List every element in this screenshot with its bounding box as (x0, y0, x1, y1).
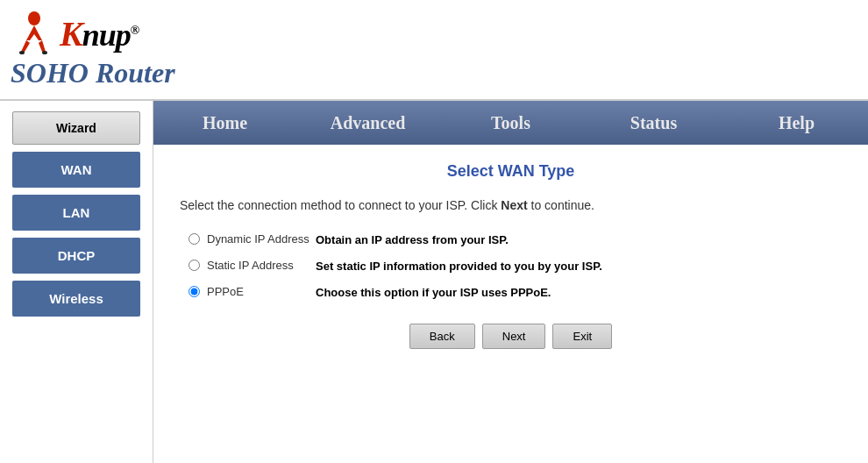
description: Select the connection method to connect … (180, 196, 842, 215)
next-button[interactable]: Next (482, 324, 546, 349)
logo-container: Knup® SOHO Router (11, 10, 175, 89)
sidebar-item-lan[interactable]: LAN (12, 195, 140, 231)
nav-help[interactable]: Help (725, 101, 868, 145)
sidebar-item-wan[interactable]: WAN (12, 152, 140, 188)
knup-logo-icon (11, 10, 58, 57)
radio-pppoe[interactable] (189, 286, 200, 297)
logo-soho-text: SOHO Router (11, 57, 175, 89)
svg-point-2 (42, 51, 47, 54)
svg-point-0 (28, 11, 40, 25)
desc-bold: Next (501, 198, 527, 212)
svg-point-1 (19, 51, 25, 54)
page-title: Select WAN Type (180, 162, 842, 181)
nav-bar: Home Advanced Tools Status Help (153, 101, 868, 145)
exit-button[interactable]: Exit (552, 324, 612, 349)
header: Knup® SOHO Router (0, 0, 868, 101)
radio-static-ip-text: Static IP Address (207, 259, 294, 272)
radio-static-ip[interactable] (189, 260, 200, 271)
nav-advanced[interactable]: Advanced (296, 101, 439, 145)
main-content: Home Advanced Tools Status Help Select W… (153, 101, 868, 463)
logo-soho-row: SOHO Router (11, 57, 175, 89)
sidebar-item-wireless[interactable]: Wireless (12, 281, 140, 317)
sidebar-item-dhcp[interactable]: DHCP (12, 238, 140, 274)
desc-part2: to continue. (528, 198, 594, 212)
logo-text: Knup® (60, 13, 139, 54)
layout: Wizard WAN LAN DHCP Wireless Home Advanc… (0, 101, 868, 463)
radio-pppoe-text: PPPoE (207, 285, 244, 298)
dynamic-ip-desc: Obtain an IP address from your ISP. (316, 232, 509, 246)
radio-pppoe-label[interactable]: PPPoE (189, 285, 316, 298)
sidebar-item-wizard[interactable]: Wizard (12, 111, 140, 145)
wan-option-pppoe: PPPoE Choose this option if your ISP use… (189, 285, 842, 299)
static-ip-desc: Set static IP information provided to yo… (316, 259, 602, 273)
pppoe-desc: Choose this option if your ISP uses PPPo… (316, 285, 551, 299)
radio-dynamic-ip-label[interactable]: Dynamic IP Address (189, 232, 316, 246)
nav-home[interactable]: Home (153, 101, 296, 145)
nav-tools[interactable]: Tools (439, 101, 582, 145)
wan-option-static-ip: Static IP Address Set static IP informat… (189, 259, 842, 273)
sidebar: Wizard WAN LAN DHCP Wireless (0, 101, 153, 463)
logo-top-row: Knup® (11, 10, 139, 57)
radio-dynamic-ip-text: Dynamic IP Address (207, 232, 309, 246)
nav-status[interactable]: Status (582, 101, 725, 145)
button-bar: Back Next Exit (180, 324, 842, 349)
wan-options: Dynamic IP Address Obtain an IP address … (189, 232, 842, 299)
wan-option-dynamic-ip: Dynamic IP Address Obtain an IP address … (189, 232, 842, 246)
back-button[interactable]: Back (409, 324, 475, 349)
desc-part1: Select the connection method to connect … (180, 198, 501, 212)
radio-dynamic-ip[interactable] (189, 233, 200, 245)
content-area: Select WAN Type Select the connection me… (153, 145, 868, 463)
radio-static-ip-label[interactable]: Static IP Address (189, 259, 316, 272)
